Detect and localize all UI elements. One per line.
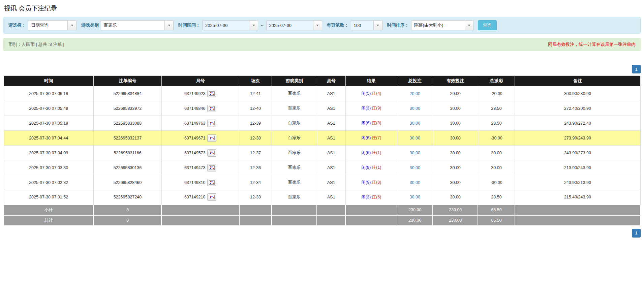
cell-game-type: 百家乐 [272, 175, 317, 190]
header-game-type: 游戏类别 [272, 76, 317, 86]
page-size-select[interactable] [351, 20, 382, 30]
header-time: 时间 [4, 76, 93, 86]
roadmap-button[interactable] [207, 105, 216, 112]
cell-payout: 28.50 [478, 101, 515, 116]
date-to-caret-button[interactable] [313, 20, 322, 30]
cell-total-bet: 30.00 [397, 175, 433, 190]
roadmap-icon [209, 136, 215, 140]
table-row[interactable]: 2025-07-30 07:04:09522695831166637149573… [4, 146, 640, 160]
result-text: 闲(6) 庄(7) [361, 135, 381, 140]
cell-bet-id: 522695831166 [93, 146, 161, 160]
page-1-button[interactable]: 1 [632, 229, 641, 238]
total-bet-link[interactable]: 30.00 [410, 195, 420, 199]
total-bet-link[interactable]: 30.00 [410, 136, 420, 140]
roadmap-button[interactable] [207, 193, 216, 201]
round-number: 637149573 [184, 151, 206, 155]
query-type-input[interactable] [28, 20, 68, 30]
total-bet-link[interactable]: 30.00 [410, 106, 420, 111]
result-text: 闲(3) 庄(6) [361, 195, 381, 199]
cell-total-bet: 30.00 [397, 116, 433, 131]
roadmap-button[interactable] [207, 164, 216, 171]
roadmap-button[interactable] [207, 134, 216, 142]
result-player: 闲(9) [361, 180, 371, 185]
result-banker: 庄(1) [372, 150, 381, 155]
page-size-input[interactable] [351, 20, 374, 30]
result-banker: 庄(7) [372, 135, 381, 140]
roadmap-icon [209, 195, 215, 199]
cell-round: 637149763 [161, 116, 239, 131]
result-banker: 庄(4) [372, 91, 381, 96]
roadmap-button[interactable] [207, 120, 216, 127]
table-row[interactable]: 2025-07-30 07:05:19522695833088637149763… [4, 116, 640, 131]
date-from-caret-button[interactable] [249, 20, 258, 30]
game-type-input[interactable] [101, 20, 165, 30]
roadmap-button[interactable] [207, 90, 216, 97]
cell-result: 闲(3) 庄(9) [345, 101, 397, 116]
total-row: 总计 8 230.00 230.00 65.50 [4, 215, 640, 226]
chevron-down-icon [468, 25, 470, 26]
cell-time: 2025-07-30 07:03:30 [4, 160, 93, 175]
cell-payout: -30.00 [478, 131, 515, 146]
cell-round: 637149210 [161, 190, 239, 205]
cell-result: 闲(9) 庄(8) [345, 175, 397, 190]
total-bet-link[interactable]: 30.00 [410, 180, 420, 185]
table-row[interactable]: 2025-07-30 07:02:32522695828460637149310… [4, 175, 640, 190]
date-to-input[interactable] [266, 20, 313, 30]
table-row[interactable]: 2025-07-30 07:04:44522695832137637149671… [4, 131, 640, 146]
game-type-caret-button[interactable] [165, 20, 174, 30]
query-type-select[interactable] [28, 20, 76, 30]
cell-remark: 300.90/280.90 [515, 86, 640, 101]
total-bet-link[interactable]: 30.00 [410, 151, 420, 155]
cell-remark: 213.90/243.90 [515, 160, 640, 175]
date-from-input[interactable] [202, 20, 249, 30]
total-valid-bet: 230.00 [433, 215, 478, 226]
table-row[interactable]: 2025-07-30 07:06:18522695834884637149923… [4, 86, 640, 101]
roadmap-icon [209, 121, 215, 125]
sort-select[interactable] [411, 20, 474, 30]
search-button[interactable]: 查询 [478, 20, 497, 30]
result-text: 闲(9) 庄(8) [361, 180, 381, 185]
round-number: 637149846 [184, 106, 206, 111]
table-row[interactable]: 2025-07-30 07:05:48522695833972637149846… [4, 101, 640, 116]
header-bet-id: 注单编号 [93, 76, 161, 86]
cell-time: 2025-07-30 07:05:19 [4, 116, 93, 131]
cell-time: 2025-07-30 07:04:44 [4, 131, 93, 146]
table-row[interactable]: 2025-07-30 07:03:30522695830136637149473… [4, 160, 640, 175]
total-bet-link[interactable]: 30.00 [410, 165, 420, 170]
game-type-select[interactable] [101, 20, 174, 30]
select-label: 请选择： [8, 22, 26, 28]
query-type-caret-button[interactable] [68, 20, 76, 30]
date-to-select[interactable] [266, 20, 322, 30]
cell-round: 637149573 [161, 146, 239, 160]
sort-caret-button[interactable] [465, 20, 474, 30]
result-player: 闲(6) [361, 150, 371, 155]
cell-table-no: AS1 [317, 116, 345, 131]
result-text: 闲(5) 庄(4) [361, 91, 381, 96]
sort-input[interactable] [411, 20, 465, 30]
round-number: 637149763 [184, 121, 206, 126]
page-1-button[interactable]: 1 [632, 65, 641, 73]
cell-table-no: AS1 [317, 131, 345, 146]
pagination-bottom: 1 [3, 229, 641, 238]
table-row[interactable]: 2025-07-30 07:01:52522695827240637149210… [4, 190, 640, 205]
total-bet-link[interactable]: 30.00 [410, 121, 420, 126]
roadmap-button[interactable] [207, 179, 216, 186]
cell-time: 2025-07-30 07:05:48 [4, 101, 93, 116]
date-from-select[interactable] [202, 20, 258, 30]
cell-result: 闲(5) 庄(4) [345, 86, 397, 101]
roadmap-button[interactable] [207, 149, 216, 157]
cell-total-bet: 20.00 [397, 86, 433, 101]
page-size-label: 每页笔数： [327, 22, 349, 28]
cell-remark: 272.40/300.90 [515, 101, 640, 116]
bet-records-table: 时间 注单编号 局号 场次 游戏类别 桌号 结果 总投注 有效投注 总派彩 备注… [3, 75, 641, 226]
cell-remark: 243.90/273.90 [515, 146, 640, 160]
pagination-top: 1 [3, 65, 641, 73]
cell-valid-bet: 30.00 [433, 160, 478, 175]
cell-game-type: 百家乐 [272, 101, 317, 116]
cell-bet-id: 522695833088 [93, 116, 161, 131]
result-text: 闲(3) 庄(9) [361, 106, 381, 111]
cell-result: 闲(6) 庄(8) [345, 116, 397, 131]
cell-bet-id: 522695830136 [93, 160, 161, 175]
page-size-caret-button[interactable] [374, 20, 382, 30]
total-bet-link[interactable]: 20.00 [410, 91, 420, 96]
